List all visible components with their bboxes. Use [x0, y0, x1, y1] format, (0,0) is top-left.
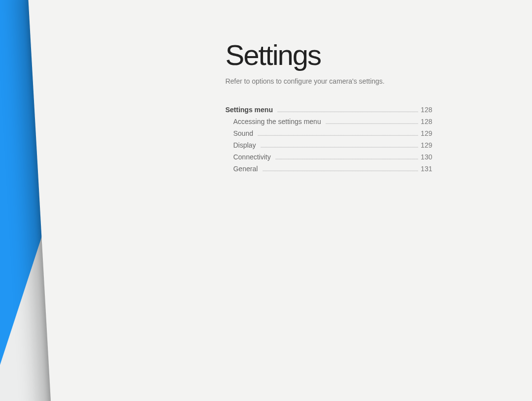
toc-item-row: Display 129	[225, 141, 432, 149]
toc-item-label: Sound	[233, 129, 253, 137]
toc-leader-dots	[276, 159, 418, 159]
toc-leader-dots	[278, 112, 418, 112]
table-of-contents: Settings menu 128 Accessing the settings…	[225, 106, 432, 173]
toc-leader-dots	[261, 147, 418, 148]
toc-item-label: General	[233, 165, 258, 173]
toc-heading-label: Settings menu	[225, 106, 272, 114]
toc-item-page: 129	[421, 129, 432, 137]
toc-item-row: Accessing the settings menu 128	[225, 118, 432, 125]
toc-item-page: 128	[421, 118, 432, 125]
manual-page: Settings Refer to options to configure y…	[27, 0, 532, 401]
page-content: Settings Refer to options to configure y…	[225, 38, 491, 177]
toc-heading-page: 128	[421, 106, 432, 114]
toc-item-label: Connectivity	[233, 153, 270, 161]
toc-item-row: Connectivity 130	[225, 153, 432, 161]
toc-item-page: 131	[421, 165, 432, 173]
page-subtitle: Refer to options to configure your camer…	[225, 77, 491, 85]
toc-leader-dots	[258, 135, 418, 136]
toc-leader-dots	[263, 171, 418, 171]
page-title: Settings	[225, 38, 491, 71]
toc-item-page: 129	[421, 141, 432, 149]
toc-heading-row: Settings menu 128	[225, 106, 432, 114]
document-stage: Settings Refer to options to configure y…	[0, 0, 532, 401]
toc-item-row: General 131	[225, 165, 432, 173]
toc-item-label: Display	[233, 141, 256, 149]
toc-leader-dots	[326, 123, 418, 124]
toc-item-row: Sound 129	[225, 129, 432, 137]
toc-item-label: Accessing the settings menu	[233, 118, 321, 125]
toc-item-page: 130	[421, 153, 432, 161]
